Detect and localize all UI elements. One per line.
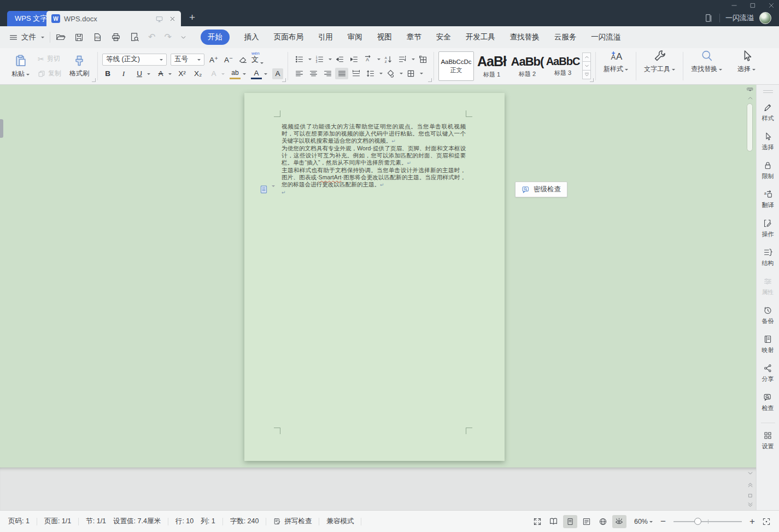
tab-custom[interactable]: 一闪流溢 bbox=[591, 32, 620, 42]
zoom-out-button[interactable]: − bbox=[658, 516, 668, 527]
align-center-button[interactable] bbox=[307, 68, 320, 79]
zoom-slider[interactable] bbox=[673, 521, 742, 522]
tab-review[interactable]: 审阅 bbox=[348, 32, 362, 42]
status-page-number[interactable]: 页码: 1 bbox=[8, 517, 30, 526]
outline-view-button[interactable] bbox=[579, 515, 594, 528]
sidebar-item-structure[interactable]: 结构 bbox=[762, 248, 774, 267]
print-layout-button[interactable] bbox=[563, 515, 577, 528]
redo-icon[interactable]: ↷ bbox=[164, 33, 171, 42]
ruler-toggle-icon[interactable] bbox=[745, 86, 755, 93]
character-shading-button[interactable]: A bbox=[272, 68, 283, 79]
styles-scroll-up-icon[interactable] bbox=[582, 52, 591, 62]
text-direction-chevron-icon[interactable] bbox=[377, 59, 380, 62]
vertical-scrollbar[interactable] bbox=[745, 85, 755, 467]
sidebar-item-check[interactable]: 检查 bbox=[762, 393, 774, 412]
paste-button[interactable]: 粘贴 bbox=[8, 52, 33, 80]
decrease-indent-button[interactable] bbox=[333, 54, 346, 65]
document-text[interactable]: 视频提供了功能强大的方法帮助您证明您的观点。当您单击联机视频时，可以在想要添加的… bbox=[282, 123, 466, 196]
status-compat-mode[interactable]: 兼容模式 bbox=[326, 517, 354, 526]
eye-protection-button[interactable] bbox=[612, 515, 626, 528]
customize-quickbar-chevron-icon[interactable] bbox=[180, 34, 186, 40]
shading-chevron-icon[interactable] bbox=[400, 73, 403, 76]
show-marks-chevron-icon[interactable] bbox=[412, 59, 415, 62]
tab-view[interactable]: 视图 bbox=[377, 32, 392, 42]
user-avatar[interactable] bbox=[759, 12, 771, 24]
save-icon[interactable] bbox=[74, 33, 84, 42]
tab-references[interactable]: 引用 bbox=[318, 32, 333, 42]
underline-chevron-icon[interactable] bbox=[147, 73, 150, 77]
text-effects-chevron-icon[interactable] bbox=[221, 73, 225, 77]
strikethrough-button[interactable]: A bbox=[155, 68, 166, 79]
numbering-button[interactable]: 123 bbox=[313, 54, 326, 65]
style-heading3[interactable]: AaBbC 标题 3 bbox=[545, 51, 581, 81]
hamburger-menu-icon[interactable] bbox=[9, 33, 18, 42]
tab-security[interactable]: 安全 bbox=[436, 32, 451, 42]
select-button[interactable]: 选择 bbox=[730, 48, 763, 84]
tab-insert[interactable]: 插入 bbox=[244, 32, 259, 42]
docs-panel-icon[interactable] bbox=[704, 13, 714, 23]
document-page[interactable]: 视频提供了功能强大的方法帮助您证明您的观点。当您单击联机视频时，可以在想要添加的… bbox=[244, 93, 505, 461]
zoom-slider-thumb[interactable] bbox=[694, 518, 701, 525]
bold-button[interactable]: B bbox=[102, 68, 113, 79]
strikethrough-chevron-icon[interactable] bbox=[168, 73, 172, 77]
highlight-color-button[interactable]: ab bbox=[230, 68, 241, 79]
close-tab-icon[interactable] bbox=[169, 15, 176, 22]
sidebar-item-translate[interactable]: a 翻译 bbox=[762, 190, 774, 209]
document-options-chevron-icon[interactable] bbox=[272, 185, 275, 189]
align-left-button[interactable] bbox=[292, 68, 306, 79]
line-spacing-chevron-icon[interactable] bbox=[379, 73, 383, 76]
read-mode-button[interactable] bbox=[547, 515, 561, 528]
tab-find-replace[interactable]: 查找替换 bbox=[510, 32, 540, 42]
status-section[interactable]: 节: 1/1 bbox=[86, 517, 106, 526]
bullets-button[interactable] bbox=[292, 54, 306, 65]
font-color-button[interactable]: A bbox=[251, 68, 262, 79]
document-options-popup[interactable] bbox=[259, 184, 275, 195]
text-layout-button[interactable] bbox=[416, 54, 429, 65]
sidebar-item-select[interactable]: 选择 bbox=[762, 132, 774, 151]
window-maximize-icon[interactable] bbox=[749, 2, 756, 9]
shrink-font-button[interactable]: A⁻ bbox=[223, 54, 234, 65]
status-word-count[interactable]: 字数: 240 bbox=[230, 517, 259, 526]
previous-page-icon[interactable] bbox=[745, 481, 755, 489]
sidebar-drag-handle[interactable] bbox=[763, 90, 773, 93]
collapsed-panel-handle[interactable] bbox=[0, 119, 3, 138]
sidebar-item-share[interactable]: 分享 bbox=[762, 364, 774, 383]
justify-button[interactable] bbox=[335, 68, 348, 79]
styles-scroll-down-icon[interactable] bbox=[582, 61, 591, 71]
style-heading1[interactable]: AaBł 标题 1 bbox=[474, 51, 509, 81]
show-marks-button[interactable] bbox=[396, 54, 409, 65]
font-name-combobox[interactable]: 等线 (正文) bbox=[102, 54, 167, 66]
document-canvas[interactable]: 视频提供了功能强大的方法帮助您证明您的观点。当您单击联机视频时，可以在想要添加的… bbox=[0, 85, 756, 467]
borders-button[interactable] bbox=[404, 68, 417, 79]
styles-more-icon[interactable] bbox=[582, 70, 591, 79]
format-painter-button[interactable]: 格式刷 bbox=[66, 53, 93, 79]
sidebar-item-styles[interactable]: 样式 bbox=[762, 103, 774, 122]
new-style-button[interactable]: AA 新样式 bbox=[596, 48, 636, 84]
open-file-icon[interactable] bbox=[56, 32, 66, 42]
shading-button[interactable] bbox=[384, 68, 397, 79]
tab-section[interactable]: 章节 bbox=[407, 32, 421, 42]
align-right-button[interactable] bbox=[321, 68, 334, 79]
scroll-down-icon[interactable] bbox=[745, 469, 755, 477]
security-check-button[interactable]: 密级检查 bbox=[515, 182, 567, 197]
subscript-button[interactable]: X₂ bbox=[192, 68, 203, 79]
file-menu[interactable]: 文件 bbox=[21, 32, 36, 42]
status-setting-value[interactable]: 设置值: 7.4厘米 bbox=[113, 517, 161, 526]
undo-icon[interactable]: ↶ bbox=[148, 33, 155, 42]
style-heading2[interactable]: AaBb( 标题 2 bbox=[509, 51, 545, 81]
print-preview-icon[interactable] bbox=[130, 32, 139, 42]
scrollbar-thumb[interactable] bbox=[747, 103, 753, 151]
zoom-level-select[interactable]: 60% bbox=[634, 518, 653, 525]
superscript-button[interactable]: X² bbox=[177, 68, 188, 79]
status-pages[interactable]: 页面: 1/1 bbox=[44, 517, 71, 526]
user-name[interactable]: 一闪流溢 bbox=[725, 13, 754, 23]
fullscreen-view-button[interactable] bbox=[530, 515, 544, 528]
distribute-button[interactable] bbox=[349, 68, 362, 79]
export-pdf-icon[interactable]: PDF bbox=[92, 32, 102, 42]
status-line[interactable]: 行: 10 bbox=[175, 517, 194, 526]
fit-page-button[interactable] bbox=[759, 515, 774, 528]
tab-home[interactable]: 开始 bbox=[201, 30, 230, 45]
font-size-combobox[interactable]: 五号 bbox=[171, 54, 204, 66]
increase-indent-button[interactable] bbox=[347, 54, 360, 65]
share-to-screen-icon[interactable] bbox=[155, 15, 163, 23]
